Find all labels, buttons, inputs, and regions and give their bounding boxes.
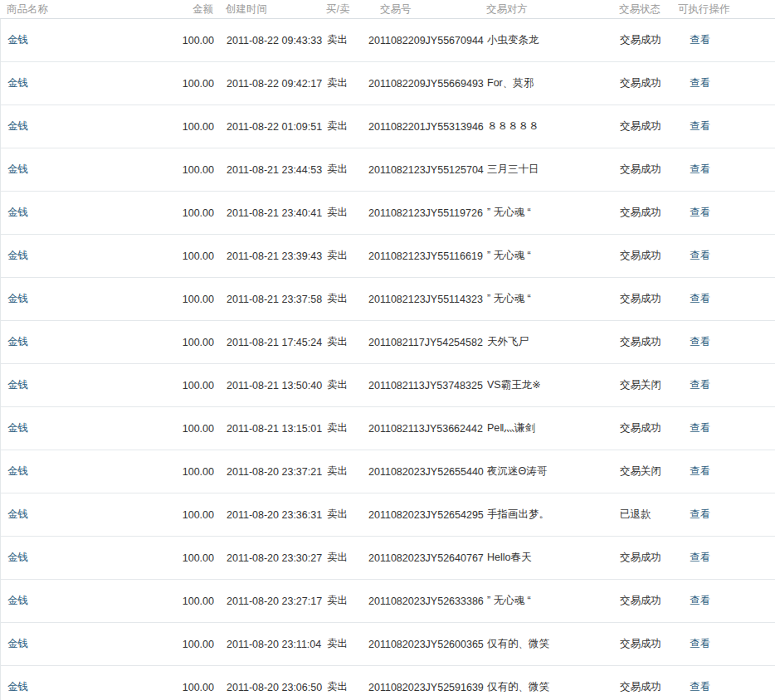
product-link[interactable]: 金钱 <box>7 77 28 89</box>
amount-cell: 100.00 <box>171 509 214 521</box>
status-cell: 交易成功 <box>620 163 679 177</box>
view-link[interactable]: 查看 <box>690 336 710 348</box>
counterparty-cell: 小虫变条龙 <box>487 33 620 47</box>
status-cell: 交易成功 <box>620 421 679 435</box>
actions-cell: 查看 <box>679 163 775 177</box>
view-link[interactable]: 查看 <box>690 163 710 175</box>
buy-sell-cell: 卖出 <box>327 378 368 392</box>
counterparty-cell: 三月三十日 <box>487 163 620 177</box>
counterparty-cell: ” 无心魂 “ <box>487 594 620 608</box>
counterparty-cell: 仅有的、微笑 <box>487 680 620 694</box>
status-cell: 交易成功 <box>620 292 679 306</box>
product-cell: 金钱 <box>1 594 171 608</box>
table-row: 金钱 100.00 2011-08-20 23:06:50 卖出 2011082… <box>1 666 775 700</box>
product-cell: 金钱 <box>1 33 171 47</box>
table-row: 金钱 100.00 2011-08-21 13:15:01 卖出 2011082… <box>1 407 775 450</box>
product-link[interactable]: 金钱 <box>7 595 28 606</box>
view-link[interactable]: 查看 <box>690 293 710 304</box>
product-link[interactable]: 金钱 <box>7 508 28 520</box>
transaction-id-cell: 2011082023JY52633386 <box>368 595 487 607</box>
product-link[interactable]: 金钱 <box>7 638 28 649</box>
created-time-cell: 2011-08-20 23:06:50 <box>214 682 327 693</box>
view-link[interactable]: 查看 <box>690 638 710 649</box>
created-time-cell: 2011-08-21 13:15:01 <box>214 423 327 435</box>
table-row: 金钱 100.00 2011-08-22 09:42:17 卖出 2011082… <box>1 62 775 105</box>
status-cell: 交易成功 <box>620 680 679 694</box>
product-cell: 金钱 <box>1 637 171 651</box>
product-link[interactable]: 金钱 <box>7 422 28 434</box>
transaction-id-cell: 2011082209JY55669493 <box>368 78 487 90</box>
product-link[interactable]: 金钱 <box>7 34 28 46</box>
status-cell: 交易成功 <box>620 249 679 263</box>
product-link[interactable]: 金钱 <box>7 250 28 261</box>
table-row: 金钱 100.00 2011-08-21 23:40:41 卖出 2011082… <box>1 192 775 235</box>
created-time-cell: 2011-08-20 23:27:17 <box>214 595 327 607</box>
view-link[interactable]: 查看 <box>690 120 710 132</box>
product-link[interactable]: 金钱 <box>7 681 28 693</box>
product-cell: 金钱 <box>1 421 171 435</box>
actions-cell: 查看 <box>679 551 775 565</box>
table-row: 金钱 100.00 2011-08-21 23:44:53 卖出 2011082… <box>1 148 775 192</box>
product-link[interactable]: 金钱 <box>7 552 28 563</box>
transactions-table: 商品名称 金额 创建时间 买/卖 交易号 交易对方 交易状态 可执行操作 金钱 … <box>0 0 775 700</box>
table-row: 金钱 100.00 2011-08-22 09:43:33 卖出 2011082… <box>1 19 775 62</box>
view-link[interactable]: 查看 <box>690 379 710 391</box>
view-link[interactable]: 查看 <box>690 508 710 520</box>
header-product-name: 商品名称 <box>0 2 170 17</box>
view-link[interactable]: 查看 <box>690 250 710 261</box>
status-cell: 交易成功 <box>620 206 679 220</box>
transaction-id-cell: 2011082023JY52600365 <box>368 639 487 650</box>
view-link[interactable]: 查看 <box>690 681 710 693</box>
actions-cell: 查看 <box>679 464 775 479</box>
view-link[interactable]: 查看 <box>690 207 710 218</box>
created-time-cell: 2011-08-21 23:39:43 <box>214 250 327 262</box>
table-row: 金钱 100.00 2011-08-21 17:45:24 卖出 2011082… <box>1 321 775 364</box>
counterparty-cell: VS霸王龙※ <box>487 378 620 392</box>
actions-cell: 查看 <box>679 33 775 47</box>
view-link[interactable]: 查看 <box>690 595 710 606</box>
counterparty-cell: ” 无心魂 “ <box>487 249 620 263</box>
transaction-id-cell: 2011082209JY55670944 <box>368 35 487 46</box>
buy-sell-cell: 卖出 <box>327 206 368 220</box>
counterparty-cell: 手指画出梦。 <box>487 508 620 522</box>
transaction-id-cell: 2011082023JY52655440 <box>368 466 487 478</box>
view-link[interactable]: 查看 <box>690 77 710 89</box>
created-time-cell: 2011-08-21 23:44:53 <box>214 164 327 176</box>
status-cell: 交易关闭 <box>620 378 679 392</box>
status-cell: 交易关闭 <box>620 464 679 479</box>
amount-cell: 100.00 <box>171 337 214 348</box>
product-link[interactable]: 金钱 <box>7 293 28 304</box>
amount-cell: 100.00 <box>171 121 214 133</box>
actions-cell: 查看 <box>679 206 775 220</box>
view-link[interactable]: 查看 <box>690 465 710 477</box>
header-created-time: 创建时间 <box>213 2 326 17</box>
table-row: 金钱 100.00 2011-08-20 23:37:21 卖出 2011082… <box>1 450 775 493</box>
amount-cell: 100.00 <box>171 294 214 305</box>
product-cell: 金钱 <box>1 464 171 479</box>
buy-sell-cell: 卖出 <box>327 76 368 90</box>
status-cell: 已退款 <box>620 508 679 522</box>
created-time-cell: 2011-08-20 23:37:21 <box>214 466 327 478</box>
view-link[interactable]: 查看 <box>690 34 710 46</box>
actions-cell: 查看 <box>679 119 775 134</box>
product-link[interactable]: 金钱 <box>7 379 28 391</box>
product-link[interactable]: 金钱 <box>7 465 28 477</box>
product-link[interactable]: 金钱 <box>7 207 28 218</box>
created-time-cell: 2011-08-20 23:36:31 <box>214 509 327 521</box>
created-time-cell: 2011-08-20 23:11:04 <box>214 639 327 650</box>
product-link[interactable]: 金钱 <box>7 120 28 132</box>
product-cell: 金钱 <box>1 76 171 90</box>
product-link[interactable]: 金钱 <box>7 336 28 348</box>
transaction-id-cell: 2011082123JY55119726 <box>368 207 487 219</box>
status-cell: 交易成功 <box>620 76 679 90</box>
transaction-id-cell: 2011082117JY54254582 <box>368 337 487 348</box>
view-link[interactable]: 查看 <box>690 422 710 434</box>
counterparty-cell: Pe‖灬谦剑 <box>487 421 620 435</box>
actions-cell: 查看 <box>679 76 775 90</box>
view-link[interactable]: 查看 <box>690 552 710 563</box>
status-cell: 交易成功 <box>620 33 679 47</box>
transaction-id-cell: 2011082123JY55114323 <box>368 294 487 305</box>
amount-cell: 100.00 <box>171 250 214 262</box>
product-link[interactable]: 金钱 <box>7 163 28 175</box>
buy-sell-cell: 卖出 <box>327 551 368 565</box>
